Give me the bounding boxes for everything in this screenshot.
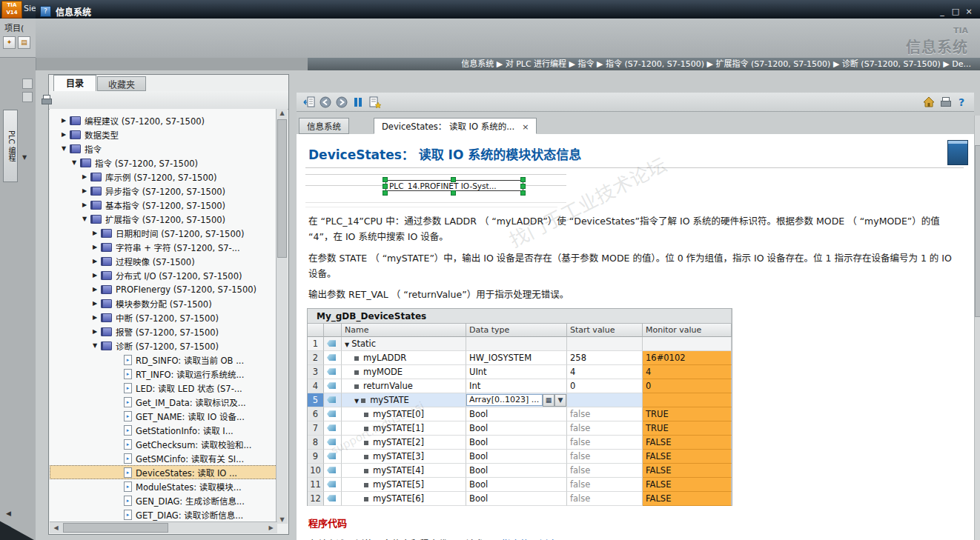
datatype-cell: Int bbox=[466, 379, 567, 393]
collapse-arrow-icon[interactable]: ▼ bbox=[72, 159, 80, 166]
expand-arrow-icon[interactable]: ▶ bbox=[93, 244, 101, 250]
collapse-arrow-icon[interactable]: ▼ bbox=[93, 342, 101, 349]
array-browse-button[interactable]: ▦ bbox=[543, 394, 554, 407]
expand-arrow-icon[interactable]: ▶ bbox=[82, 201, 90, 208]
back-icon[interactable] bbox=[317, 95, 334, 110]
tab-devicestates[interactable]: DeviceStates： 读取 IO 系统的...× bbox=[374, 118, 537, 134]
tree-item[interactable]: ▸GetStationInfo: 读取 I... bbox=[50, 423, 277, 437]
tree-item[interactable]: ▶数据类型 bbox=[50, 127, 277, 141]
scroll-thumb[interactable] bbox=[277, 119, 287, 258]
project-menu-item[interactable]: 项目( bbox=[4, 21, 24, 33]
sync-contents-icon[interactable] bbox=[301, 95, 317, 110]
add-to-favorites-icon[interactable] bbox=[366, 95, 383, 110]
close-button[interactable]: × bbox=[962, 7, 976, 16]
tree-item-label: 日期和时间 (S7-1200, S7-1500) bbox=[116, 227, 245, 239]
tree-item[interactable]: ▸RD_SINFO: 读取当前 OB ... bbox=[50, 353, 277, 367]
expand-arrow-icon[interactable]: ▶ bbox=[93, 286, 101, 293]
tree-item[interactable]: ▸DeviceStates: 读取 IO ... bbox=[50, 465, 277, 479]
tree-item[interactable]: ▸LED: 读取 LED 状态 (S7-... bbox=[50, 381, 277, 395]
content-vertical-scrollbar[interactable] bbox=[974, 116, 980, 540]
maximize-button[interactable]: □ bbox=[949, 7, 962, 16]
tag-icon bbox=[327, 340, 336, 347]
datatype-input[interactable]: Array[0..1023] ... bbox=[466, 394, 543, 406]
tree-horizontal-scrollbar[interactable]: ◀ ▶ bbox=[50, 521, 277, 533]
scroll-down-icon[interactable]: ▼ bbox=[277, 516, 288, 523]
minimize-button[interactable]: _ bbox=[936, 7, 949, 16]
expand-arrow-icon[interactable]: ▶ bbox=[93, 272, 101, 279]
tree-item[interactable]: ▶基本指令 (S7-1200, S7-1500) bbox=[50, 198, 277, 212]
tree-item[interactable]: ▶编程建议 (S7-1200, S7-1500) bbox=[50, 113, 277, 127]
row-expand-icon[interactable]: ▼ bbox=[345, 341, 349, 348]
name-cell: mySTATE[0] bbox=[342, 407, 466, 421]
tree-item[interactable]: ▸RT_INFO: 读取运行系统统... bbox=[50, 367, 277, 381]
tree-item[interactable]: ▶过程映像 (S7-1500) bbox=[50, 254, 277, 268]
expand-arrow-icon[interactable]: ▶ bbox=[93, 314, 101, 321]
home-icon[interactable] bbox=[921, 95, 937, 110]
info-system-window: ? 信息系统 _ □ × TIA 信息系统 信息系统 ▶ 对 PLC 进行编程 … bbox=[36, 4, 980, 540]
tree-item[interactable]: ▶库示例 (S7-1200, S7-1500) bbox=[50, 170, 277, 184]
expand-arrow-icon[interactable]: ▶ bbox=[93, 258, 101, 264]
datatype-dropdown-button[interactable]: ▼ bbox=[554, 394, 566, 407]
expand-arrow-icon[interactable]: ▶ bbox=[82, 173, 90, 180]
tree-item[interactable]: ▶分布式 I/O (S7-1200, S7-1500) bbox=[50, 268, 277, 282]
scroll-right-icon[interactable]: ▶ bbox=[265, 524, 277, 531]
scroll-left-icon[interactable]: ◀ bbox=[50, 524, 62, 531]
rail-icon[interactable] bbox=[22, 79, 33, 89]
rail-icon[interactable] bbox=[22, 92, 33, 102]
tree-item[interactable]: ▼指令 (S7-1200, S7-1500) bbox=[50, 156, 277, 170]
forward-icon[interactable] bbox=[334, 95, 350, 110]
open-project-icon[interactable]: ▤ bbox=[18, 36, 30, 49]
expand-arrow-icon[interactable]: ▶ bbox=[62, 117, 70, 124]
tree-item[interactable]: ▶异步指令 (S7-1200, S7-1500) bbox=[50, 184, 277, 198]
tree-item[interactable]: ▶日期和时间 (S7-1200, S7-1500) bbox=[50, 226, 277, 240]
tab-info-system[interactable]: 信息系统 bbox=[299, 118, 349, 134]
collapse-arrow-icon[interactable]: ▼ bbox=[82, 216, 90, 222]
selection-handle bbox=[451, 177, 456, 182]
expand-arrow-icon[interactable]: ▶ bbox=[93, 328, 101, 335]
tree-item[interactable]: ▼诊断 (S7-1200, S7-1500) bbox=[50, 339, 277, 353]
tree-item[interactable]: ▸GEN_DIAG: 生成诊断信息... bbox=[50, 493, 277, 507]
row-expand-icon[interactable]: ▼ bbox=[354, 398, 359, 404]
tree-item[interactable]: ▶PROFIenergy (S7-1200, S7-1500) bbox=[50, 282, 277, 296]
print-icon[interactable] bbox=[937, 95, 953, 110]
tab-catalog[interactable]: 目录 bbox=[53, 75, 96, 91]
scroll-up-icon[interactable]: ▲ bbox=[277, 110, 288, 116]
plc-programming-vertical-tab[interactable]: PLC 编程 bbox=[3, 110, 18, 182]
rail-caret-icon[interactable]: ▼ bbox=[22, 154, 27, 161]
tab-favorites[interactable]: 收藏夹 bbox=[97, 76, 146, 91]
tree-vertical-scrollbar[interactable]: ▲ ▼ bbox=[276, 109, 288, 524]
tree-item[interactable]: ▸Get_IM_Data: 读取标识及... bbox=[50, 395, 277, 409]
tree-item[interactable]: ▼扩展指令 (S7-1200, S7-1500) bbox=[50, 212, 277, 226]
window-titlebar[interactable]: ? 信息系统 _ □ × bbox=[36, 4, 980, 19]
new-project-icon[interactable]: ✦ bbox=[3, 36, 16, 49]
scroll-thumb[interactable] bbox=[975, 145, 980, 317]
catalog-panel: 目录 收藏夹 ▶编程建议 (S7-1200, S7-1500)▶数据类型▼指令▼… bbox=[48, 74, 289, 535]
tree-item[interactable]: ▶字符串 + 字符 (S7-1200, S7-... bbox=[50, 240, 277, 254]
expand-arrow-icon[interactable]: ▶ bbox=[93, 230, 101, 236]
collapse-arrow-icon[interactable]: ▼ bbox=[62, 145, 70, 152]
expand-arrow-icon[interactable]: ▶ bbox=[93, 300, 101, 307]
datatype-cell: UInt bbox=[466, 365, 567, 379]
tree-item[interactable]: ▶模块参数分配 (S7-1500) bbox=[50, 296, 277, 310]
tree-item-label: 诊断 (S7-1200, S7-1500) bbox=[116, 340, 219, 352]
tree-item[interactable]: ▸ModuleStates: 读取模块... bbox=[50, 479, 277, 493]
datatype-cell: Bool bbox=[466, 436, 567, 450]
tree-item[interactable]: ▶中断 (S7-1200, S7-1500) bbox=[50, 310, 277, 324]
breadcrumb[interactable]: 信息系统 ▶ 对 PLC 进行编程 ▶ 指令 ▶ 指令 (S7-1200, S7… bbox=[308, 58, 980, 70]
tree-item[interactable]: ▸GetChecksum: 读取校验和... bbox=[50, 437, 277, 451]
scroll-thumb[interactable] bbox=[63, 523, 168, 533]
tab-close-icon[interactable]: × bbox=[522, 122, 529, 132]
tree-item[interactable]: ▶报警 (S7-1200, S7-1500) bbox=[50, 324, 277, 339]
tree-item[interactable]: ▸GET_NAME: 读取 IO 设备... bbox=[50, 409, 277, 423]
tree-item[interactable]: ▸GetSMCinfo: 读取有关 SI... bbox=[50, 451, 277, 465]
expand-arrow-icon[interactable]: ▶ bbox=[62, 131, 70, 138]
print-topic-icon[interactable] bbox=[40, 95, 52, 105]
tree-item[interactable]: ▸GET_DIAG: 读取诊断信息... bbox=[50, 507, 277, 521]
datatype-cell: Bool bbox=[466, 407, 567, 421]
expand-arrow-icon[interactable]: ▶ bbox=[82, 187, 90, 194]
pause-icon[interactable] bbox=[350, 95, 366, 110]
collapse-left-icon[interactable]: ◀ bbox=[6, 510, 11, 517]
tree-item[interactable]: ▼指令 bbox=[50, 141, 277, 156]
help-icon[interactable]: ? bbox=[953, 95, 970, 110]
doc-icon: ▸ bbox=[124, 467, 132, 478]
